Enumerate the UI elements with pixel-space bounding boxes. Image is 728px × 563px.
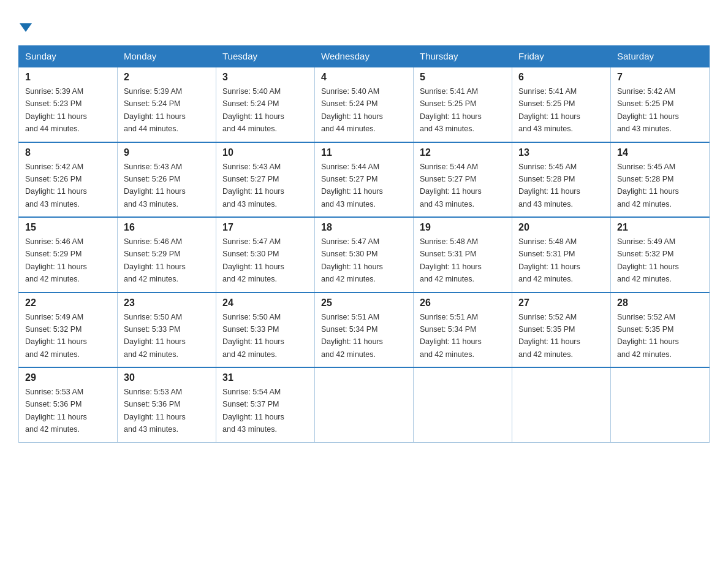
calendar-cell: 10 Sunrise: 5:43 AMSunset: 5:27 PMDaylig… [216, 142, 315, 218]
calendar-cell: 6 Sunrise: 5:41 AMSunset: 5:25 PMDayligh… [512, 67, 611, 142]
calendar-cell: 20 Sunrise: 5:48 AMSunset: 5:31 PMDaylig… [512, 217, 611, 293]
calendar-cell: 12 Sunrise: 5:44 AMSunset: 5:27 PMDaylig… [414, 142, 512, 218]
calendar-cell: 18 Sunrise: 5:47 AMSunset: 5:30 PMDaylig… [315, 217, 414, 293]
day-number: 1 [25, 72, 111, 83]
calendar-cell: 31 Sunrise: 5:54 AMSunset: 5:37 PMDaylig… [216, 367, 315, 442]
day-info: Sunrise: 5:39 AMSunset: 5:24 PMDaylight:… [124, 87, 186, 133]
day-info: Sunrise: 5:51 AMSunset: 5:34 PMDaylight:… [420, 313, 482, 359]
day-info: Sunrise: 5:54 AMSunset: 5:37 PMDaylight:… [222, 388, 284, 434]
calendar-cell: 16 Sunrise: 5:46 AMSunset: 5:29 PMDaylig… [118, 217, 216, 293]
calendar-cell: 27 Sunrise: 5:52 AMSunset: 5:35 PMDaylig… [512, 293, 611, 368]
calendar-cell: 28 Sunrise: 5:52 AMSunset: 5:35 PMDaylig… [611, 293, 710, 368]
day-info: Sunrise: 5:50 AMSunset: 5:33 PMDaylight:… [222, 313, 284, 359]
day-number: 4 [321, 72, 407, 83]
day-info: Sunrise: 5:43 AMSunset: 5:26 PMDaylight:… [124, 163, 186, 209]
day-info: Sunrise: 5:48 AMSunset: 5:31 PMDaylight:… [420, 237, 482, 283]
day-number: 25 [321, 297, 407, 308]
day-info: Sunrise: 5:53 AMSunset: 5:36 PMDaylight:… [124, 388, 186, 434]
calendar-cell: 4 Sunrise: 5:40 AMSunset: 5:24 PMDayligh… [315, 67, 414, 142]
day-number: 18 [321, 222, 407, 233]
logo-text [18, 17, 32, 37]
calendar-cell: 8 Sunrise: 5:42 AMSunset: 5:26 PMDayligh… [19, 142, 118, 218]
weekday-header-thursday: Thursday [414, 46, 512, 67]
day-number: 22 [25, 297, 111, 308]
day-number: 12 [420, 147, 506, 158]
day-info: Sunrise: 5:52 AMSunset: 5:35 PMDaylight:… [617, 313, 679, 359]
day-number: 16 [124, 222, 210, 233]
day-info: Sunrise: 5:49 AMSunset: 5:32 PMDaylight:… [25, 313, 87, 359]
day-number: 19 [420, 222, 506, 233]
calendar-cell: 11 Sunrise: 5:44 AMSunset: 5:27 PMDaylig… [315, 142, 414, 218]
header [18, 12, 710, 37]
day-info: Sunrise: 5:48 AMSunset: 5:31 PMDaylight:… [518, 237, 580, 283]
calendar-cell: 7 Sunrise: 5:42 AMSunset: 5:25 PMDayligh… [611, 67, 710, 142]
weekday-header-monday: Monday [118, 46, 216, 67]
calendar-cell: 15 Sunrise: 5:46 AMSunset: 5:29 PMDaylig… [19, 217, 118, 293]
calendar-cell [414, 367, 512, 442]
week-row-2: 8 Sunrise: 5:42 AMSunset: 5:26 PMDayligh… [19, 142, 710, 218]
day-number: 9 [124, 147, 210, 158]
calendar-cell: 30 Sunrise: 5:53 AMSunset: 5:36 PMDaylig… [118, 367, 216, 442]
calendar-cell: 21 Sunrise: 5:49 AMSunset: 5:32 PMDaylig… [611, 217, 710, 293]
day-number: 30 [124, 372, 210, 383]
day-number: 21 [617, 222, 703, 233]
weekday-header-sunday: Sunday [19, 46, 118, 67]
day-number: 31 [222, 372, 308, 383]
day-number: 2 [124, 72, 210, 83]
day-info: Sunrise: 5:40 AMSunset: 5:24 PMDaylight:… [222, 87, 284, 133]
calendar-cell [611, 367, 710, 442]
day-info: Sunrise: 5:44 AMSunset: 5:27 PMDaylight:… [321, 163, 383, 209]
day-number: 26 [420, 297, 506, 308]
day-info: Sunrise: 5:50 AMSunset: 5:33 PMDaylight:… [124, 313, 186, 359]
day-number: 14 [617, 147, 703, 158]
day-info: Sunrise: 5:46 AMSunset: 5:29 PMDaylight:… [25, 237, 87, 283]
day-info: Sunrise: 5:52 AMSunset: 5:35 PMDaylight:… [518, 313, 580, 359]
day-number: 13 [518, 147, 604, 158]
week-row-1: 1 Sunrise: 5:39 AMSunset: 5:23 PMDayligh… [19, 67, 710, 142]
day-info: Sunrise: 5:41 AMSunset: 5:25 PMDaylight:… [518, 87, 580, 133]
calendar-cell: 29 Sunrise: 5:53 AMSunset: 5:36 PMDaylig… [19, 367, 118, 442]
calendar-cell: 25 Sunrise: 5:51 AMSunset: 5:34 PMDaylig… [315, 293, 414, 368]
logo-triangle-icon [20, 23, 32, 32]
day-info: Sunrise: 5:49 AMSunset: 5:32 PMDaylight:… [617, 237, 679, 283]
calendar-cell [512, 367, 611, 442]
weekday-header-saturday: Saturday [611, 46, 710, 67]
calendar-cell [315, 367, 414, 442]
day-number: 27 [518, 297, 604, 308]
weekday-header-friday: Friday [512, 46, 611, 67]
day-info: Sunrise: 5:40 AMSunset: 5:24 PMDaylight:… [321, 87, 383, 133]
day-info: Sunrise: 5:42 AMSunset: 5:25 PMDaylight:… [617, 87, 679, 133]
day-info: Sunrise: 5:44 AMSunset: 5:27 PMDaylight:… [420, 163, 482, 209]
day-number: 28 [617, 297, 703, 308]
calendar-cell: 9 Sunrise: 5:43 AMSunset: 5:26 PMDayligh… [118, 142, 216, 218]
day-number: 3 [222, 72, 308, 83]
weekday-header-tuesday: Tuesday [216, 46, 315, 67]
logo [18, 12, 32, 37]
day-number: 6 [518, 72, 604, 83]
week-row-3: 15 Sunrise: 5:46 AMSunset: 5:29 PMDaylig… [19, 217, 710, 293]
day-number: 5 [420, 72, 506, 83]
weekday-header-row: SundayMondayTuesdayWednesdayThursdayFrid… [19, 46, 710, 67]
day-info: Sunrise: 5:41 AMSunset: 5:25 PMDaylight:… [420, 87, 482, 133]
day-info: Sunrise: 5:45 AMSunset: 5:28 PMDaylight:… [617, 163, 679, 209]
day-info: Sunrise: 5:51 AMSunset: 5:34 PMDaylight:… [321, 313, 383, 359]
week-row-5: 29 Sunrise: 5:53 AMSunset: 5:36 PMDaylig… [19, 367, 710, 442]
day-info: Sunrise: 5:43 AMSunset: 5:27 PMDaylight:… [222, 163, 284, 209]
week-row-4: 22 Sunrise: 5:49 AMSunset: 5:32 PMDaylig… [19, 293, 710, 368]
day-number: 10 [222, 147, 308, 158]
calendar-cell: 1 Sunrise: 5:39 AMSunset: 5:23 PMDayligh… [19, 67, 118, 142]
day-number: 24 [222, 297, 308, 308]
weekday-header-wednesday: Wednesday [315, 46, 414, 67]
calendar-table: SundayMondayTuesdayWednesdayThursdayFrid… [18, 45, 710, 443]
day-info: Sunrise: 5:42 AMSunset: 5:26 PMDaylight:… [25, 163, 87, 209]
calendar-cell: 3 Sunrise: 5:40 AMSunset: 5:24 PMDayligh… [216, 67, 315, 142]
day-info: Sunrise: 5:45 AMSunset: 5:28 PMDaylight:… [518, 163, 580, 209]
day-number: 15 [25, 222, 111, 233]
day-info: Sunrise: 5:53 AMSunset: 5:36 PMDaylight:… [25, 388, 87, 434]
calendar-cell: 17 Sunrise: 5:47 AMSunset: 5:30 PMDaylig… [216, 217, 315, 293]
day-info: Sunrise: 5:39 AMSunset: 5:23 PMDaylight:… [25, 87, 87, 133]
calendar-cell: 22 Sunrise: 5:49 AMSunset: 5:32 PMDaylig… [19, 293, 118, 368]
day-number: 23 [124, 297, 210, 308]
calendar-cell: 2 Sunrise: 5:39 AMSunset: 5:24 PMDayligh… [118, 67, 216, 142]
calendar-cell: 26 Sunrise: 5:51 AMSunset: 5:34 PMDaylig… [414, 293, 512, 368]
